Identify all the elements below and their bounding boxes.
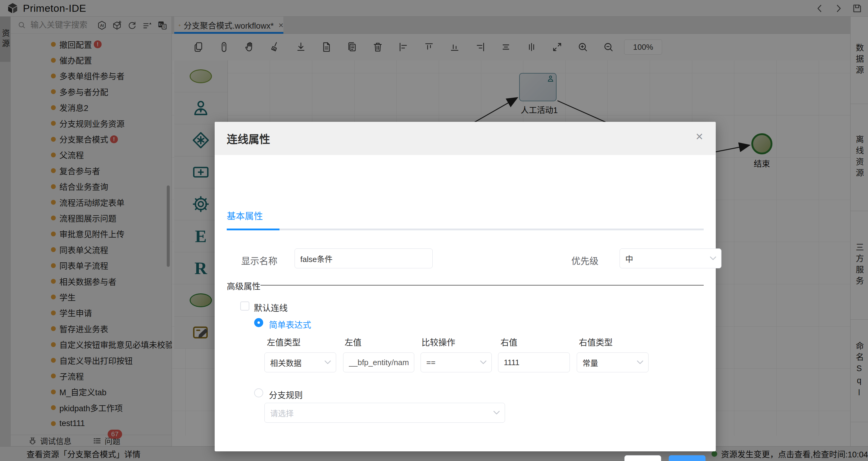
dialog-title: 连线属性 (227, 130, 270, 146)
operator-select[interactable]: == (421, 352, 492, 372)
branch-rule-label: 分支规则 (269, 389, 303, 401)
default-line-label: 默认连线 (254, 302, 288, 313)
right-value-input[interactable] (504, 358, 564, 367)
left-type-select[interactable]: 相关数据 (265, 352, 336, 372)
branch-rule-placeholder: 请选择 (270, 407, 493, 419)
chevron-down-icon (480, 360, 487, 365)
priority-value: 中 (625, 253, 710, 264)
simple-expression-radio[interactable] (254, 318, 263, 327)
simple-expression-label: 简单表达式 (269, 318, 311, 331)
left-value-input[interactable] (349, 358, 408, 367)
chevron-down-icon (324, 360, 331, 365)
priority-label: 优先级 (571, 253, 598, 267)
close-icon[interactable]: × (695, 130, 703, 143)
branch-rule-radio[interactable] (254, 388, 263, 397)
tab-underline (227, 228, 704, 230)
advanced-section-label: 高级属性 (227, 280, 260, 292)
dialog-body: 基本属性 显示名称 优先级 中 高级属性 默认连线 简单表达式 左值类型 左值 … (215, 155, 716, 451)
column-left-value: 左值 (345, 336, 362, 348)
tab-basic-properties[interactable]: 基本属性 (227, 209, 263, 222)
right-value-field (498, 352, 570, 372)
default-line-checkbox[interactable] (240, 302, 249, 311)
display-name-field (294, 248, 433, 268)
chevron-down-icon (637, 360, 643, 365)
chevron-down-icon (493, 411, 500, 415)
column-operator: 比较操作 (422, 336, 455, 348)
chevron-down-icon (710, 256, 716, 260)
line-properties-dialog: 连线属性 × 基本属性 显示名称 优先级 中 高级属性 默认连线 简单表达式 左… (215, 122, 716, 451)
priority-select[interactable]: 中 (620, 248, 721, 268)
operator-value: == (426, 358, 480, 367)
display-name-label: 显示名称 (241, 253, 277, 267)
left-type-value: 相关数据 (270, 357, 324, 368)
primeton-ide-window: Primeton-IDE 资源 AI (0, 0, 868, 461)
display-name-input[interactable] (300, 254, 427, 263)
left-value-field (343, 352, 414, 372)
branch-rule-select[interactable]: 请选择 (265, 403, 505, 423)
right-type-select[interactable]: 常量 (577, 352, 649, 372)
column-left-type: 左值类型 (267, 336, 301, 348)
ok-button[interactable]: 确 定 (669, 455, 706, 461)
column-right-type: 右值类型 (579, 336, 613, 348)
advanced-divider (260, 285, 704, 285)
right-type-value: 常量 (583, 357, 637, 368)
dialog-header: 连线属性 × (215, 122, 716, 155)
cancel-button[interactable]: 取 消 (624, 455, 661, 461)
column-right-value: 右值 (500, 336, 517, 348)
